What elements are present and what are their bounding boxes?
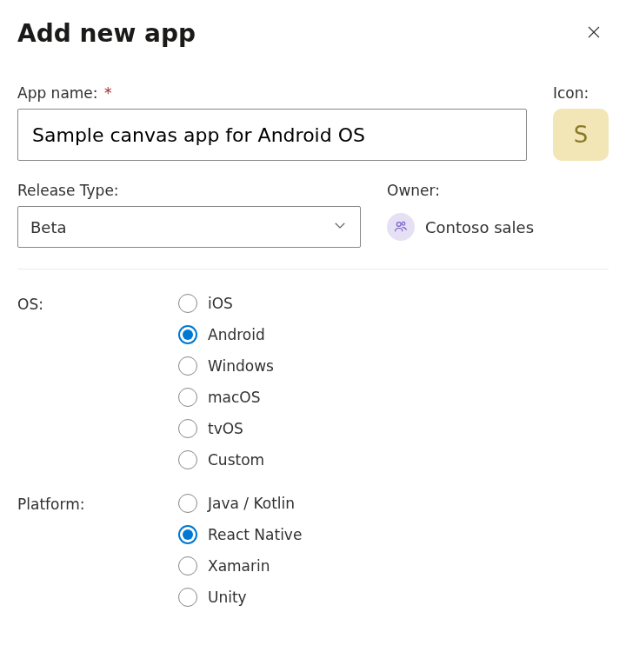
os-option[interactable]: iOS	[178, 294, 274, 313]
radio-icon	[178, 588, 197, 607]
required-indicator: *	[104, 84, 112, 102]
radio-icon	[178, 294, 197, 313]
os-option[interactable]: Windows	[178, 356, 274, 376]
app-icon-tile[interactable]: S	[553, 109, 609, 161]
radio-icon	[178, 556, 197, 576]
radio-icon	[178, 356, 197, 376]
os-label: OS:	[17, 294, 178, 313]
platform-radio-group: Java / KotlinReact NativeXamarinUnity	[178, 494, 302, 607]
os-option[interactable]: Android	[178, 325, 274, 344]
app-name-label: App name: *	[17, 84, 527, 102]
people-icon	[387, 213, 415, 241]
os-option-label: Custom	[208, 451, 264, 469]
platform-option-label: React Native	[208, 526, 302, 543]
radio-icon	[178, 325, 197, 344]
app-name-label-text: App name:	[17, 84, 98, 102]
divider	[17, 269, 609, 269]
close-button[interactable]	[579, 17, 609, 50]
platform-option[interactable]: Xamarin	[178, 556, 302, 576]
radio-icon	[178, 525, 197, 544]
os-radio-group: iOSAndroidWindowsmacOStvOSCustom	[178, 294, 274, 469]
os-option[interactable]: macOS	[178, 388, 274, 407]
radio-icon	[178, 388, 197, 407]
os-option[interactable]: Custom	[178, 450, 274, 469]
os-option-label: iOS	[208, 295, 233, 312]
owner-display[interactable]: Contoso sales	[387, 206, 609, 248]
platform-option-label: Xamarin	[208, 557, 270, 575]
os-option-label: Windows	[208, 357, 274, 375]
release-type-value: Beta	[30, 218, 67, 236]
os-option[interactable]: tvOS	[178, 419, 274, 438]
release-type-select[interactable]: Beta	[17, 206, 361, 248]
release-type-label: Release Type:	[17, 182, 361, 199]
app-name-input[interactable]	[17, 109, 527, 161]
dialog-title: Add new app	[17, 19, 196, 48]
radio-icon	[178, 494, 197, 513]
os-option-label: Android	[208, 326, 265, 343]
svg-point-2	[396, 223, 401, 227]
owner-name: Contoso sales	[425, 218, 534, 236]
close-icon	[586, 24, 602, 43]
owner-label: Owner:	[387, 182, 609, 199]
platform-option[interactable]: Unity	[178, 588, 302, 607]
radio-icon	[178, 419, 197, 438]
radio-dot-icon	[183, 529, 193, 540]
icon-label: Icon:	[553, 84, 609, 102]
radio-icon	[178, 450, 197, 469]
svg-point-3	[402, 222, 405, 225]
platform-option-label: Java / Kotlin	[208, 495, 295, 512]
radio-dot-icon	[183, 329, 193, 340]
platform-option[interactable]: Java / Kotlin	[178, 494, 302, 513]
app-icon-letter: S	[574, 122, 589, 148]
os-option-label: macOS	[208, 389, 261, 406]
platform-option[interactable]: React Native	[178, 525, 302, 544]
platform-label: Platform:	[17, 494, 178, 513]
os-option-label: tvOS	[208, 420, 243, 437]
platform-option-label: Unity	[208, 589, 247, 606]
chevron-down-icon	[332, 217, 348, 236]
